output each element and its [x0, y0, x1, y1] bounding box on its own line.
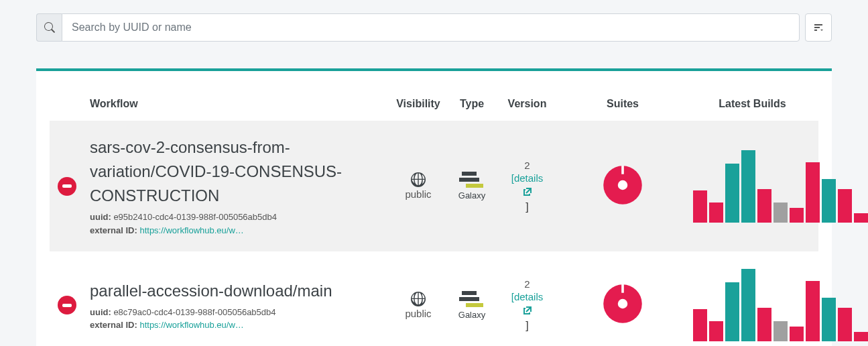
search-icon-box — [36, 13, 62, 42]
builds-cell — [686, 150, 868, 223]
status-fail-icon — [58, 296, 76, 314]
build-bar[interactable] — [709, 203, 723, 223]
workflow-external-id: external ID: https://workflowhub.eu/w… — [90, 319, 388, 332]
build-bar[interactable] — [822, 179, 836, 223]
header-visibility: Visibility — [388, 98, 448, 110]
external-link-icon[interactable] — [522, 186, 533, 200]
type-cell: Galaxy — [448, 291, 495, 320]
build-bar[interactable] — [854, 332, 868, 341]
globe-icon — [411, 292, 426, 306]
workflow-cell: sars-cov-2-consensus-from-variation/COVI… — [90, 135, 388, 237]
galaxy-logo: Galaxy — [448, 172, 495, 200]
suites-donut-chart[interactable] — [597, 278, 648, 329]
workflow-cell: parallel-accession-download/mainuuid: e8… — [90, 279, 388, 332]
latest-builds-chart[interactable] — [686, 269, 868, 341]
build-bar[interactable] — [741, 150, 755, 223]
builds-cell — [686, 269, 868, 341]
version-number: 2 — [524, 160, 530, 171]
build-bar[interactable] — [693, 309, 707, 341]
build-bar[interactable] — [790, 327, 804, 341]
header-suites: Suites — [559, 98, 686, 110]
suites-cell — [559, 278, 686, 332]
search-input[interactable] — [62, 13, 800, 42]
build-bar[interactable] — [822, 298, 836, 341]
build-bar[interactable] — [854, 213, 868, 223]
external-id-link[interactable]: https://workflowhub.eu/w… — [139, 320, 243, 330]
svg-point-4 — [618, 299, 627, 308]
suites-cell — [559, 160, 686, 213]
version-cell: 2[details] — [495, 160, 559, 213]
status-fail-icon — [58, 177, 76, 196]
workflow-uuid: uuid: e95b2410-cdc4-0139-988f-005056ab5d… — [90, 211, 388, 224]
sort-button[interactable] — [805, 13, 832, 42]
version-number: 2 — [524, 278, 530, 290]
table-header: Workflow Visibility Type Version Suites … — [50, 98, 818, 121]
header-version: Version — [495, 98, 559, 110]
build-bar[interactable] — [806, 162, 820, 223]
build-bar[interactable] — [725, 282, 739, 341]
build-bar[interactable] — [806, 281, 820, 341]
sort-icon — [813, 22, 824, 33]
latest-builds-chart[interactable] — [686, 150, 868, 223]
build-bar[interactable] — [773, 203, 788, 223]
type-cell: Galaxy — [448, 172, 495, 200]
svg-rect-2 — [621, 166, 624, 174]
details-link[interactable]: [details — [511, 291, 544, 302]
external-id-link[interactable]: https://workflowhub.eu/w… — [139, 225, 243, 235]
suites-donut-chart[interactable] — [597, 160, 648, 211]
build-bar[interactable] — [757, 308, 771, 341]
svg-point-1 — [618, 180, 627, 189]
visibility-label: public — [405, 188, 431, 200]
build-bar[interactable] — [693, 190, 707, 223]
build-bar[interactable] — [838, 308, 852, 341]
svg-rect-5 — [621, 284, 624, 293]
visibility-label: public — [405, 308, 431, 319]
workflow-title[interactable]: sars-cov-2-consensus-from-variation/COVI… — [90, 135, 388, 208]
details-link[interactable]: [details — [511, 172, 544, 184]
type-label: Galaxy — [458, 190, 485, 200]
workflow-title[interactable]: parallel-accession-download/main — [90, 279, 388, 303]
version-cell: 2[details] — [495, 278, 559, 332]
visibility-cell: public — [388, 292, 448, 319]
table-row: sars-cov-2-consensus-from-variation/COVI… — [50, 121, 818, 251]
build-bar[interactable] — [838, 189, 852, 223]
build-bar[interactable] — [725, 164, 739, 223]
external-link-icon[interactable] — [522, 305, 533, 319]
table-row: parallel-accession-download/mainuuid: e8… — [50, 251, 818, 346]
build-bar[interactable] — [790, 208, 804, 223]
header-builds: Latest Builds — [686, 98, 818, 110]
header-type: Type — [448, 98, 495, 110]
workflow-external-id: external ID: https://workflowhub.eu/w… — [90, 224, 388, 237]
build-bar[interactable] — [757, 189, 771, 223]
build-bar[interactable] — [741, 269, 755, 341]
globe-icon — [411, 172, 426, 187]
workflow-uuid: uuid: e8c79ac0-cdc4-0139-988f-005056ab5d… — [90, 306, 388, 319]
visibility-cell: public — [388, 172, 448, 200]
workflow-card: Workflow Visibility Type Version Suites … — [36, 68, 832, 346]
header-workflow: Workflow — [90, 98, 388, 110]
type-label: Galaxy — [458, 310, 485, 320]
status-cell — [50, 177, 90, 196]
status-cell — [50, 296, 90, 314]
search-bar — [36, 13, 832, 42]
galaxy-logo: Galaxy — [448, 291, 495, 320]
build-bar[interactable] — [773, 321, 788, 341]
build-bar[interactable] — [709, 321, 723, 341]
search-icon — [44, 22, 55, 33]
